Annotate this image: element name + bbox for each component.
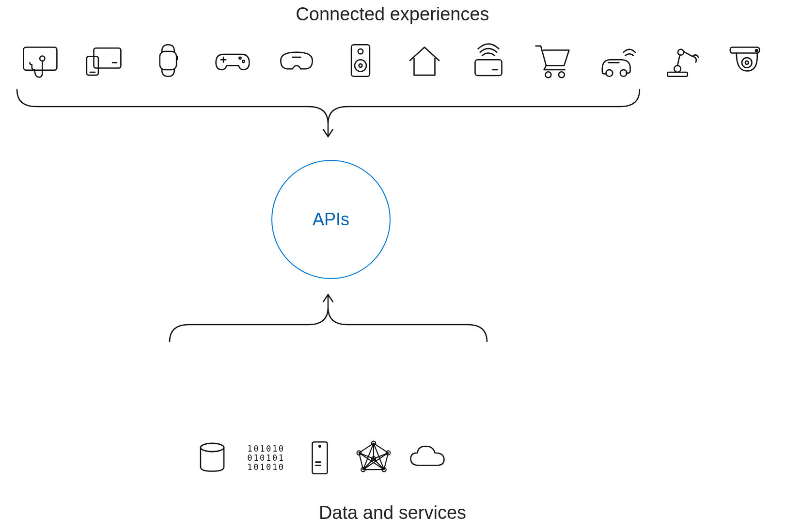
svg-rect-17 <box>475 60 502 76</box>
svg-point-15 <box>355 60 366 71</box>
svg-point-32 <box>742 58 752 68</box>
svg-point-14 <box>358 49 363 54</box>
svg-point-23 <box>606 70 612 77</box>
diagram-canvas: Connected experiences <box>0 0 785 532</box>
binary-data-icon: 101010 010101 101010 <box>245 437 287 479</box>
svg-point-27 <box>674 65 681 72</box>
top-title: Connected experiences <box>0 4 785 25</box>
security-camera-icon <box>724 40 766 81</box>
devices-icon-row <box>19 39 766 82</box>
cloud-icon <box>407 437 448 479</box>
game-controller-icon <box>212 40 253 81</box>
svg-text:010101: 010101 <box>247 453 285 463</box>
svg-point-34 <box>755 49 757 51</box>
vr-headset-icon <box>276 40 317 81</box>
svg-point-10 <box>239 57 241 59</box>
robot-arm-icon <box>660 40 702 81</box>
smartwatch-icon <box>147 40 189 81</box>
svg-point-22 <box>559 72 565 78</box>
server-icon <box>299 437 341 479</box>
svg-point-1 <box>40 56 45 61</box>
contactless-pay-icon <box>468 40 509 81</box>
brace-bottom <box>167 293 489 342</box>
brace-top <box>15 90 642 138</box>
multi-device-icon <box>83 40 125 81</box>
touch-device-icon <box>19 40 61 81</box>
apis-circle: APIs <box>271 160 391 279</box>
network-graph-icon <box>353 437 394 479</box>
speaker-icon <box>340 40 381 81</box>
svg-point-16 <box>359 64 362 67</box>
svg-point-33 <box>745 61 749 64</box>
services-icon-row: 101010 010101 101010 <box>191 437 448 479</box>
svg-point-29 <box>678 49 684 55</box>
svg-line-30 <box>683 51 692 56</box>
connected-car-icon <box>596 40 638 81</box>
svg-rect-6 <box>160 51 176 70</box>
svg-line-28 <box>677 54 680 65</box>
svg-point-11 <box>242 61 244 63</box>
svg-point-44 <box>319 445 320 447</box>
svg-text:101010: 101010 <box>247 462 285 472</box>
svg-point-37 <box>201 443 224 452</box>
svg-text:101010: 101010 <box>247 444 285 454</box>
shopping-cart-icon <box>532 40 573 81</box>
apis-label: APIs <box>313 209 349 230</box>
home-icon <box>404 40 445 81</box>
svg-point-21 <box>546 72 551 78</box>
bottom-title: Data and services <box>0 502 785 523</box>
database-icon <box>191 437 233 479</box>
